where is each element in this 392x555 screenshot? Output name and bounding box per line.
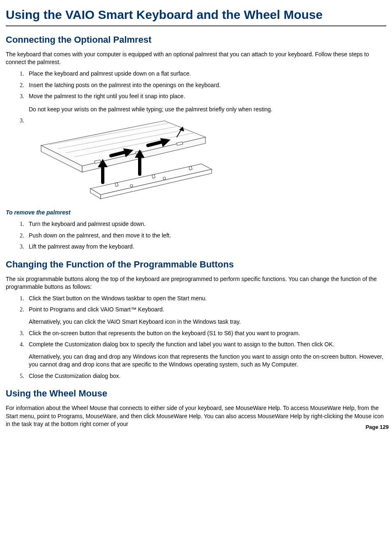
connect-steps-list: Place the keyboard and palmrest upside d…	[6, 70, 386, 113]
list-item: Complete the Customization dialog box to…	[25, 341, 386, 369]
section-heading-wheel-mouse: Using the Wheel Mouse	[6, 387, 386, 400]
section-body: For information about the Wheel Mouse th…	[6, 404, 386, 428]
list-item: Click the on-screen button that represen…	[25, 329, 386, 338]
remove-steps-list: Turn the keyboard and palmrest upside do…	[6, 220, 386, 251]
section-intro: The six programmable buttons along the t…	[6, 275, 386, 291]
step-text: Complete the Customization dialog box to…	[29, 341, 334, 348]
svg-point-16	[130, 184, 133, 187]
title-divider	[6, 25, 386, 26]
svg-marker-10	[90, 164, 212, 195]
keyboard-palmrest-illustration	[29, 117, 218, 203]
step-text: Move the palmrest to the right until you…	[29, 93, 185, 99]
section-intro: The keyboard that comes with your comput…	[6, 51, 386, 67]
list-item: Move the palmrest to the right until you…	[25, 92, 386, 113]
svg-point-17	[163, 177, 166, 180]
svg-rect-15	[189, 166, 192, 170]
section-heading-palmrest: Connecting the Optional Palmrest	[6, 34, 386, 46]
list-item: Insert the latching posts on the palmres…	[25, 81, 259, 90]
page-title: Using the VAIO Smart Keyboard and the Wh…	[6, 7, 386, 22]
alt-note: Alternatively, you can click the VAIO Sm…	[29, 318, 386, 326]
remove-heading: To remove the palmrest	[6, 209, 386, 217]
list-item: Turn the keyboard and palmrest upside do…	[25, 220, 386, 228]
caution-note: Do not keep your wrists on the palmrest …	[29, 106, 341, 114]
step-text: Point to Programs and click VAIO Smart™ …	[29, 306, 164, 313]
list-item: Close the Customization dialog box.	[25, 372, 386, 380]
list-item: Place the keyboard and palmrest upside d…	[25, 70, 386, 78]
page-number: Page 129	[366, 424, 389, 431]
svg-rect-14	[152, 175, 155, 178]
list-item: Point to Programs and click VAIO Smart™ …	[25, 306, 386, 326]
svg-rect-13	[115, 183, 118, 187]
list-item: Click the Start button on the Windows ta…	[25, 295, 386, 303]
alt-note: Alternatively, you can drag and drop any…	[29, 353, 386, 369]
palmrest-diagram	[29, 117, 386, 203]
section-heading-buttons: Changing the Function of the Programmabl…	[6, 258, 386, 271]
figure-list	[6, 117, 386, 203]
figure-list-item	[25, 117, 386, 203]
list-item: Push down on the palmrest, and then move…	[25, 232, 386, 240]
program-steps-list: Click the Start button on the Windows ta…	[6, 295, 386, 380]
list-item: Lift the palmrest away from the keyboard…	[25, 243, 386, 251]
